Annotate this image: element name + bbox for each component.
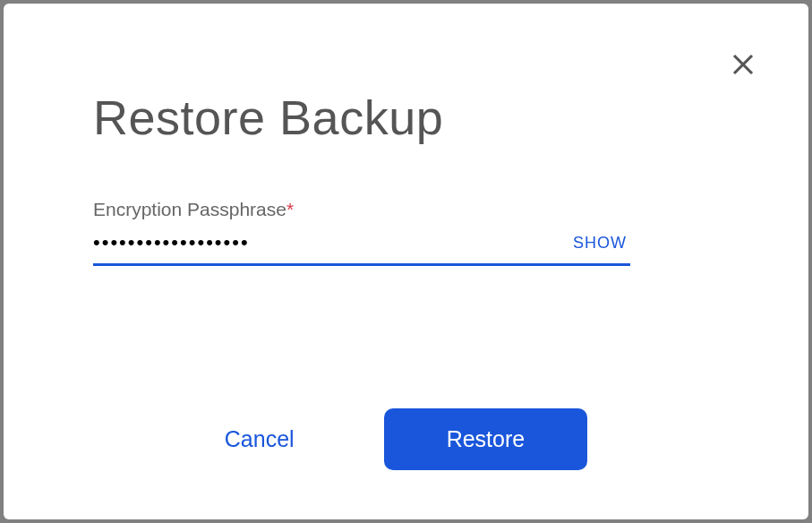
dialog-title: Restore Backup <box>93 90 719 145</box>
passphrase-field-group: Encryption Passphrase* SHOW <box>93 199 630 266</box>
passphrase-input-row: SHOW <box>93 231 630 266</box>
required-asterisk: * <box>286 199 294 219</box>
cancel-button[interactable]: Cancel <box>225 426 295 452</box>
show-password-button[interactable]: SHOW <box>569 234 630 253</box>
close-icon <box>730 51 756 78</box>
restore-backup-dialog: Restore Backup Encryption Passphrase* SH… <box>4 4 808 519</box>
close-button[interactable] <box>727 48 759 81</box>
restore-button[interactable]: Restore <box>384 408 588 470</box>
passphrase-input[interactable] <box>93 231 569 254</box>
passphrase-label-text: Encryption Passphrase <box>93 199 286 219</box>
dialog-button-row: Cancel Restore <box>4 408 808 470</box>
passphrase-label: Encryption Passphrase* <box>93 199 630 220</box>
